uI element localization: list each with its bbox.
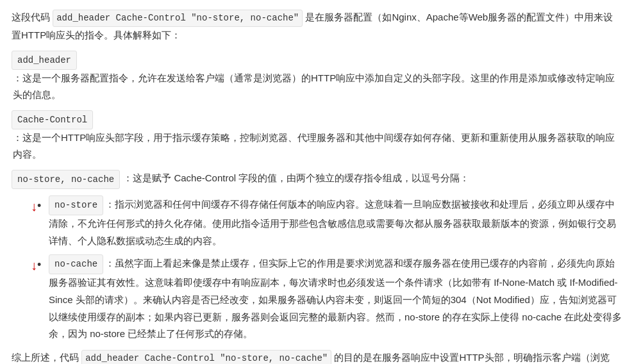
cache-control-label: ：这是一个HTTP响应头部字段，用于指示缓存策略，控制浏览器、代理服务器和其他中… <box>13 129 622 163</box>
no-cache-desc: ：虽然字面上看起来像是禁止缓存，但实际上它的作用是要求浏览器和缓存服务器在使用已… <box>49 258 622 339</box>
summary-paragraph: 综上所述，代码 add_header Cache-Control "no-sto… <box>12 349 622 364</box>
bullet-no-store: ↓ no-store：指示浏览器和任何中间缓存不得存储任何版本的响应内容。这意味… <box>37 195 622 249</box>
no-store-no-cache-label: ：这是赋予 Cache-Control 字段的值，由两个独立的缓存指令组成，以逗… <box>123 170 469 186</box>
no-store-bullet-code: no-store <box>49 195 103 215</box>
section-cache-control: Cache-Control：这是一个HTTP响应头部字段，用于指示缓存策略，控制… <box>12 110 622 163</box>
arrow-no-cache: ↓ <box>31 254 37 277</box>
arrow-no-store: ↓ <box>31 195 37 219</box>
no-cache-bullet-code: no-cache <box>49 254 103 274</box>
summary-code: add_header Cache-Control "no-store, no-c… <box>81 350 331 364</box>
no-store-no-cache-code: no-store, no-cache <box>12 170 120 190</box>
section-add-header: add_header：这是一个服务器配置指令，允许在发送给客户端（通常是浏览器）… <box>12 51 622 104</box>
no-store-desc: ：指示浏览器和任何中间缓存不得存储任何版本的响应内容。这意味着一旦响应数据被接收… <box>49 199 616 246</box>
content-area: 这段代码 add_header Cache-Control "no-store,… <box>12 9 622 364</box>
add-header-label: ：这是一个服务器配置指令，允许在发送给客户端（通常是浏览器）的HTTP响应中添加… <box>13 70 622 104</box>
intro-code: add_header Cache-Control "no-store, no-c… <box>53 10 303 27</box>
add-header-code: add_header <box>12 51 77 70</box>
section-no-store-no-cache: no-store, no-cache：这是赋予 Cache-Control 字段… <box>12 170 622 190</box>
cache-control-code: Cache-Control <box>12 110 93 130</box>
bullet-no-cache: ↓ no-cache：虽然字面上看起来像是禁止缓存，但实际上它的作用是要求浏览器… <box>37 254 622 343</box>
bullet-list: ↓ no-store：指示浏览器和任何中间缓存不得存储任何版本的响应内容。这意味… <box>31 195 622 343</box>
intro-paragraph: 这段代码 add_header Cache-Control "no-store,… <box>12 9 622 44</box>
